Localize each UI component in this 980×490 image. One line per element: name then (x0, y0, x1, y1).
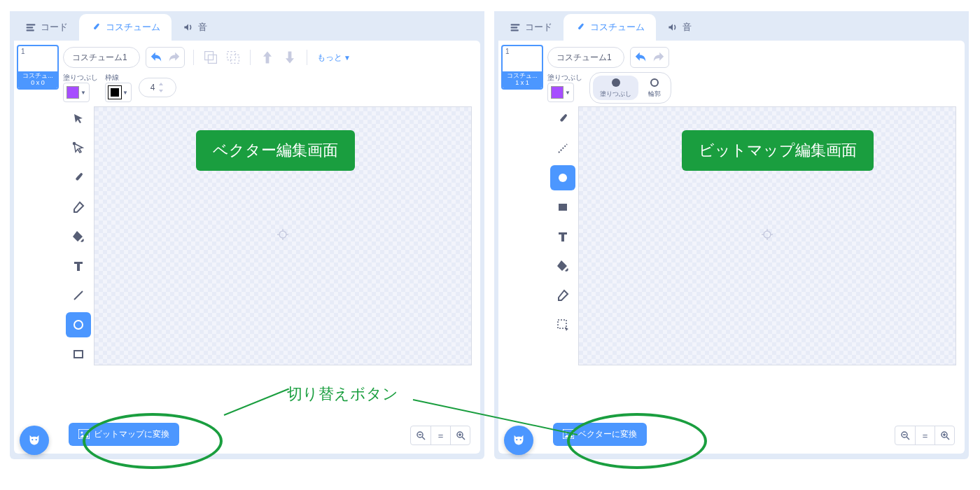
tab-code[interactable]: コード (498, 14, 564, 41)
zoom-out-button[interactable] (895, 426, 915, 444)
add-costume-fab[interactable] (20, 426, 49, 455)
annotation-vector-badge: ベクター編集画面 (196, 130, 355, 171)
redo-button[interactable] (166, 49, 183, 66)
costume-name-input[interactable] (547, 47, 624, 68)
tab-code[interactable]: コード (14, 14, 79, 41)
costume-list: 1 コスチュ... 0 x 0 (14, 41, 62, 454)
editor-main: 塗りつぶし ▼ 塗りつぶし 輪郭 (546, 41, 965, 454)
tool-fill[interactable] (66, 224, 91, 249)
center-mark-icon (761, 228, 774, 244)
filled-circle-icon (610, 77, 622, 88)
sound-icon (183, 22, 194, 33)
tab-bar: コード コスチューム 音 (494, 11, 969, 41)
costume-thumb-number: 1 (21, 48, 25, 55)
tool-circle[interactable] (66, 312, 91, 337)
tool-rect[interactable] (550, 195, 575, 220)
fill-swatch[interactable]: ▼ (63, 83, 90, 102)
tool-select[interactable] (66, 106, 91, 132)
code-icon (510, 22, 521, 33)
more-menu[interactable]: もっと ▼ (316, 47, 352, 68)
costume-thumb-number: 1 (505, 48, 510, 55)
editor-body: 1 コスチュ... 0 x 0 (14, 41, 480, 454)
costume-thumb[interactable]: 1 コスチュ... 1 x 1 (501, 45, 543, 90)
outline-width-input[interactable]: 4 (139, 78, 176, 97)
tool-eraser[interactable] (550, 283, 575, 308)
zoom-reset-button[interactable]: = (915, 426, 934, 444)
outline-circle-icon (649, 77, 660, 88)
tab-sound[interactable]: 音 (172, 14, 218, 41)
forward-button[interactable] (259, 49, 276, 66)
tool-text[interactable] (550, 224, 575, 249)
annotation-ring-right (567, 413, 707, 469)
svg-point-10 (279, 231, 286, 238)
undo-button[interactable] (148, 49, 164, 66)
chevron-down-icon: ▼ (80, 90, 86, 96)
stepper-icon (158, 83, 164, 92)
group-button[interactable] (202, 49, 219, 66)
add-costume-fab[interactable] (504, 426, 533, 455)
costume-list: 1 コスチュ... 1 x 1 (498, 41, 546, 454)
annotation-ring-left (83, 413, 223, 469)
fill-swatch[interactable]: ▼ (547, 83, 574, 102)
toolbar-top: もっと ▼ (63, 45, 476, 70)
tool-text[interactable] (66, 253, 91, 279)
chevron-down-icon: ▼ (344, 54, 351, 62)
tab-costume[interactable]: コスチューム (79, 14, 172, 41)
mode-group: 塗りつぶし 輪郭 (589, 72, 671, 104)
tab-costume-label: コスチューム (590, 21, 645, 34)
fill-color (551, 86, 564, 99)
tab-sound-label: 音 (198, 21, 207, 34)
sound-icon (667, 22, 678, 33)
costume-thumb[interactable]: 1 コスチュ... 0 x 0 (17, 45, 59, 90)
tool-select-rect[interactable] (550, 312, 575, 337)
tool-line[interactable] (66, 283, 91, 308)
option-bar: 塗りつぶし ▼ 塗りつぶし 輪郭 (547, 70, 960, 102)
tool-fill[interactable] (550, 253, 575, 279)
tab-bar: コード コスチューム 音 (10, 11, 484, 41)
fill-label: 塗りつぶし (547, 73, 582, 83)
zoom-in-button[interactable] (450, 426, 470, 444)
tool-rect[interactable] (66, 342, 91, 367)
fill-label: 塗りつぶし (63, 73, 98, 83)
tab-code-label: コード (525, 21, 552, 34)
outline-swatch[interactable]: ▼ (105, 83, 132, 102)
tool-brush[interactable] (550, 106, 575, 132)
outline-label: 枠線 (105, 73, 132, 83)
toolbar-top (547, 45, 960, 70)
tool-eraser[interactable] (66, 195, 91, 220)
center-mark-icon (276, 228, 289, 244)
annotation-switch-callout: 切り替えボタン (287, 384, 398, 405)
svg-point-20 (612, 78, 620, 87)
tab-costume[interactable]: コスチューム (564, 14, 656, 41)
mode-fill-button[interactable]: 塗りつぶし (593, 76, 638, 100)
annotation-bitmap-badge: ビットマップ編集画面 (682, 130, 874, 171)
backward-button[interactable] (281, 49, 298, 66)
brush-icon (90, 22, 102, 33)
ungroup-button[interactable] (225, 49, 241, 66)
svg-point-31 (520, 439, 522, 440)
tab-sound[interactable]: 音 (656, 14, 703, 41)
svg-point-7 (74, 143, 76, 145)
zoom-out-button[interactable] (411, 426, 430, 444)
svg-rect-4 (208, 55, 216, 63)
zoom-in-button[interactable] (934, 426, 954, 444)
svg-rect-0 (27, 24, 36, 25)
tool-brush[interactable] (66, 165, 91, 190)
tool-column (63, 102, 94, 419)
costume-name-input[interactable] (63, 47, 140, 68)
redo-button[interactable] (650, 49, 667, 66)
tool-circle[interactable] (550, 165, 575, 190)
mode-outline-button[interactable]: 輪郭 (641, 76, 668, 100)
svg-point-30 (516, 439, 517, 440)
tool-reshape[interactable] (66, 136, 91, 161)
tool-line[interactable] (550, 136, 575, 161)
tool-column (547, 102, 578, 419)
svg-rect-1 (27, 27, 34, 28)
chevron-down-icon: ▼ (565, 90, 570, 96)
brush-icon (575, 22, 586, 33)
zoom-reset-button[interactable]: = (430, 426, 450, 444)
undo-button[interactable] (632, 49, 649, 66)
svg-rect-2 (27, 29, 34, 31)
more-label: もっと (317, 52, 342, 64)
svg-point-15 (31, 439, 33, 440)
